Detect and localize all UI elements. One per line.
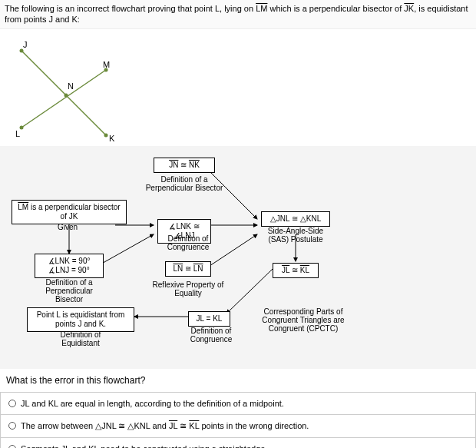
flowchart: JN ≅ NK Definition of a Perpendicular Bi… (0, 146, 476, 369)
option-2[interactable]: The arrow between △JNL ≅ △KNL and JL ≅ K… (0, 414, 476, 437)
cap-jl-kl-mid: Definition of Congruence (173, 327, 250, 343)
cap-angles90: Definition of a Perpendicular Bisector (31, 278, 107, 304)
box-ln-ln: LN ≅ LN (165, 261, 211, 277)
geometry-diagram: J M N L K (6, 35, 144, 143)
box-jn-nk: JN ≅ NK (154, 158, 215, 173)
label-n: N (68, 81, 74, 91)
label-l: L (15, 129, 20, 138)
box-jnl-knl: △JNL ≅ △KNL (261, 211, 330, 227)
cap-lnk-lnj: Definition of Congruence (146, 234, 230, 251)
option-2-label: The arrow between △JNL ≅ △KNL and JL ≅ K… (21, 421, 309, 431)
radio-icon (8, 400, 16, 407)
svg-point-3 (104, 133, 108, 137)
option-3[interactable]: Segments JL and KL need to be constructe… (0, 437, 476, 448)
cap-ln-ln: Reflexive Property of Equality (150, 280, 226, 297)
cap-given: Given (58, 223, 78, 231)
diagram-svg (6, 35, 144, 143)
svg-point-2 (20, 48, 24, 52)
box-jl-kl-mid: JL = KL (188, 311, 230, 327)
box-angles90: ∡LNK = 90°∡LNJ = 90° (35, 254, 104, 278)
svg-point-6 (64, 93, 68, 97)
header-text-1: The following is an incorrect flowchart … (5, 4, 256, 13)
answer-options: JL and KL are equal in length, according… (0, 392, 476, 448)
box-jl-kl-top: JL ≅ KL (273, 263, 319, 278)
header-text-2: which is a perpendicular bisector of (267, 4, 404, 13)
svg-line-1 (21, 70, 106, 128)
label-m: M (103, 60, 110, 69)
svg-line-0 (21, 51, 106, 135)
option-1-label: JL and KL are equal in length, according… (21, 399, 284, 408)
cap-jnl-knl: Side-Angle-Side (SAS) Postulate (265, 227, 326, 244)
svg-point-4 (20, 125, 24, 129)
header-lm: LM (256, 4, 267, 13)
question-text: What is the error in this flowchart? (6, 375, 470, 386)
radio-icon (8, 422, 16, 430)
cap-cpctc: Corresponding Parts of Congruent Triangl… (257, 307, 349, 333)
label-k: K (109, 134, 114, 143)
radio-icon (8, 445, 16, 448)
cap-equidist: Definition of Equidistant (42, 330, 119, 347)
header-jk: JK (404, 4, 414, 13)
problem-statement: The following is an incorrect flowchart … (0, 0, 476, 29)
cap-jn-nk: Definition of a Perpendicular Bisector (142, 175, 226, 192)
option-3-label: Segments JL and KL need to be constructe… (21, 444, 267, 448)
label-j: J (23, 40, 28, 49)
option-1[interactable]: JL and KL are equal in length, according… (0, 392, 476, 414)
box-lm-perp: LM is a perpendicular bisector of JK (12, 200, 127, 224)
box-equidist: Point L is equidistant from points J and… (27, 307, 134, 332)
